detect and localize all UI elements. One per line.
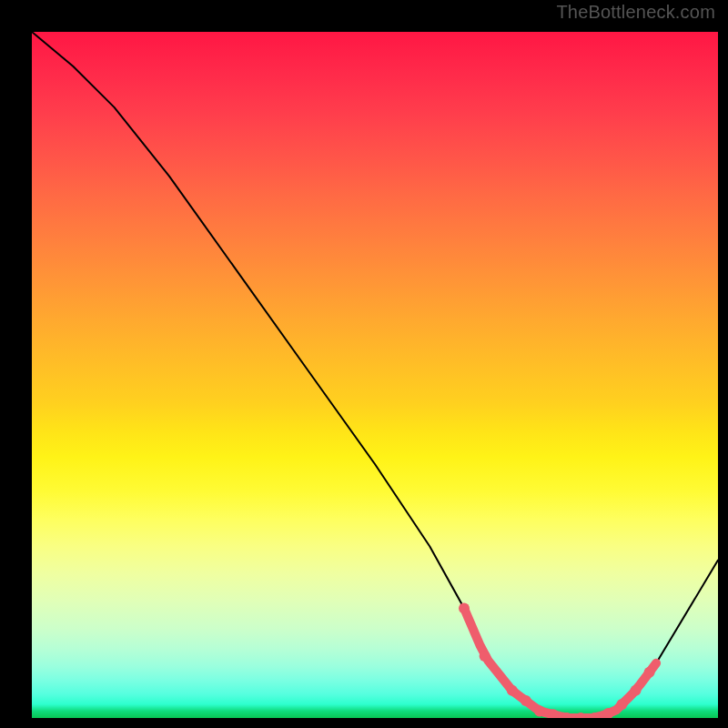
optimal-dot [521, 695, 531, 706]
optimal-range-markers [459, 602, 656, 718]
optimal-band-line [464, 608, 656, 718]
bottleneck-curve [32, 32, 718, 718]
optimal-dot [631, 685, 642, 696]
bottleneck-curve-layer [32, 32, 718, 718]
watermark-text: TheBottleneck.com [556, 2, 715, 23]
optimal-dot [644, 667, 655, 678]
optimal-dot [507, 685, 518, 696]
optimal-dot [480, 651, 490, 662]
optimal-dot [616, 699, 627, 710]
optimal-dot [459, 602, 470, 613]
chart-frame [11, 11, 717, 717]
plot-area [32, 32, 718, 718]
optimal-dot [575, 713, 586, 718]
optimal-dot [534, 706, 545, 717]
